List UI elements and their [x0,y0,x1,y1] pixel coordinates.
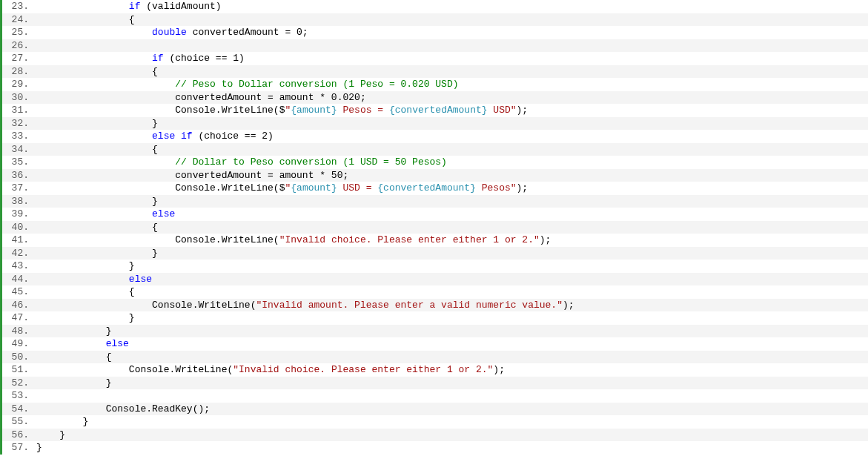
token-st: Pesos = [337,105,389,116]
token-tp: {amount} [291,105,337,116]
token-pl: } [152,196,158,207]
line-number: 30. [2,91,33,105]
code-content: // Dollar to Peso conversion (1 USD = 50… [33,156,447,169]
token-pl: } [152,248,158,259]
line-number: 28. [2,65,33,79]
line-number: 37. [2,182,33,195]
token-pl: Console.ReadKey(); [106,403,210,414]
code-line: 55. } [2,415,868,429]
token-pl: ); [563,300,574,311]
code-line: 51. Console.WriteLine("Invalid choice. P… [2,363,868,377]
code-content: { [33,351,111,364]
line-number: 43. [2,260,33,273]
line-number: 45. [2,285,33,299]
code-content: convertedAmount = amount * 50; [33,169,348,182]
token-pl: } [82,416,88,427]
code-line: 24. { [2,13,868,27]
line-number: 55. [2,415,33,429]
token-pl: ); [517,105,529,116]
code-line: 38. } [2,195,868,208]
code-line: 42. } [2,247,868,260]
code-line: 56. } [2,429,868,442]
code-content: } [33,260,135,273]
code-line: 49. else [2,337,868,351]
line-number: 53. [2,389,33,403]
token-pl: (validAmount) [140,1,221,12]
code-content: else [33,337,129,351]
line-number: 48. [2,325,33,338]
line-number: 57. [2,441,33,455]
code-line: 33. else if (choice == 2) [2,130,868,143]
token-pl: } [106,377,112,389]
code-line: 46. Console.WriteLine("Invalid amount. P… [2,299,868,312]
code-line: 25. double convertedAmount = 0; [2,26,868,39]
token-pl: } [129,312,135,323]
code-line: 54. Console.ReadKey(); [2,403,868,416]
token-st: Pesos" [476,182,517,194]
line-number: 47. [2,311,33,325]
code-line: 30. convertedAmount = amount * 0.020; [2,91,868,105]
code-content: } [33,117,158,130]
code-content: Console.WriteLine($"{amount} Pesos = {co… [33,104,528,117]
code-content: Console.WriteLine("Invalid choice. Pleas… [33,234,551,247]
code-line: 31. Console.WriteLine($"{amount} Pesos =… [2,104,868,117]
line-number: 32. [2,117,33,130]
line-number: 52. [2,377,33,390]
code-line: 53. [2,389,868,403]
token-pl: { [106,351,112,363]
line-number: 25. [2,26,33,39]
line-number: 51. [2,363,33,377]
line-number: 31. [2,104,33,117]
token-kw: else [106,338,129,349]
code-content: if (validAmount) [33,0,222,13]
code-content: // Peso to Dollar conversion (1 Peso = 0… [33,78,459,91]
token-pl: { [129,14,135,25]
code-content: { [33,13,135,27]
line-number: 49. [2,337,33,351]
line-number: 42. [2,247,33,260]
code-line: 29. // Peso to Dollar conversion (1 Peso… [2,78,868,91]
code-content: } [33,441,42,455]
code-content: } [33,311,135,325]
token-pl: (choice == 1) [164,53,245,64]
code-line: 39. else [2,208,868,221]
code-content: } [33,377,111,390]
token-pl: (choice == 2) [193,130,274,142]
token-pl: convertedAmount = amount * 50; [175,170,348,181]
token-pl: { [152,222,158,233]
code-line: 32. } [2,117,868,130]
token-cm: // Dollar to Peso conversion (1 USD = 50… [175,156,447,168]
code-line: 40. { [2,221,868,234]
code-line: 36. convertedAmount = amount * 50; [2,169,868,182]
token-pl: { [152,66,158,77]
code-line: 43. } [2,260,868,273]
token-pl: Console.WriteLine( [175,234,279,245]
code-line: 52. } [2,377,868,390]
token-pl: { [152,144,158,155]
line-number: 40. [2,221,33,234]
token-tp: {amount} [291,182,337,194]
code-content: } [33,429,65,442]
token-st: "Invalid choice. Please enter either 1 o… [279,234,540,245]
code-line: 41. Console.WriteLine("Invalid choice. P… [2,234,868,247]
code-line: 35. // Dollar to Peso conversion (1 USD … [2,156,868,169]
token-kw: else [129,274,152,285]
token-pl: ); [493,364,505,375]
token-pl: Console.WriteLine($ [175,182,285,194]
line-number: 50. [2,351,33,364]
token-pl: ); [517,182,529,194]
token-pl: Console.WriteLine( [152,300,256,311]
code-content: { [33,221,158,234]
token-cm: // Peso to Dollar conversion (1 Peso = 0… [175,79,458,90]
line-number: 46. [2,299,33,312]
line-number: 34. [2,143,33,156]
code-content: Console.WriteLine("Invalid amount. Pleas… [33,299,574,312]
token-pl: } [106,326,112,337]
token-kw: else if [152,130,193,142]
code-line: 47. } [2,311,868,325]
line-number: 23. [2,0,33,13]
token-st: USD = [337,182,378,194]
code-content: else [33,208,175,221]
line-number: 35. [2,156,33,169]
token-pl: } [129,260,135,271]
